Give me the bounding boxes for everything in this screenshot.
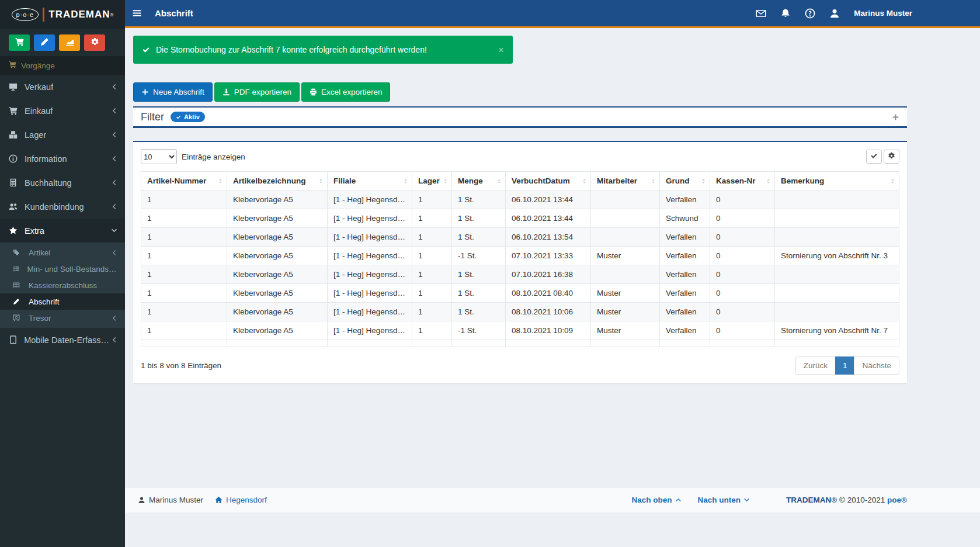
calculator-icon xyxy=(9,178,20,187)
sidebar-item-min-und-soll-bestandspflege[interactable]: Min- und Soll-Bestandspflege xyxy=(0,261,125,277)
safe-icon xyxy=(13,314,25,321)
table-cell: Muster xyxy=(591,321,660,340)
export-pdf-button[interactable]: PDF exportieren xyxy=(214,82,300,102)
topbar: Abschrift Marinus Muster xyxy=(125,0,980,28)
sidebar-item-tresor[interactable]: Tresor xyxy=(0,310,125,326)
scroll-to-top-link[interactable]: Nach oben xyxy=(632,496,682,504)
table-footer-cell xyxy=(775,340,899,347)
table-cell xyxy=(775,303,899,321)
chevron-up-icon xyxy=(675,497,682,503)
sidebar-item-mobile-daten-erfassung[interactable]: Mobile Daten-Erfassung xyxy=(0,328,125,352)
footer-location-label: Hegensdorf xyxy=(226,496,267,504)
pagination-page-1-button[interactable]: 1 xyxy=(835,356,855,375)
filter-title: Filter xyxy=(141,111,164,123)
column-header-artikelbezeichnung[interactable]: Artikelbezeichnung xyxy=(227,172,328,191)
close-icon[interactable]: × xyxy=(498,45,504,55)
help-question-icon[interactable] xyxy=(805,8,815,19)
table-cell xyxy=(591,265,660,284)
chevron-left-icon xyxy=(111,131,117,138)
table-cell: 1 xyxy=(412,265,452,284)
table-cell: [1 - Heg] Hegensdorf xyxy=(328,191,412,209)
filter-panel-header[interactable]: Filter Aktiv xyxy=(133,106,907,128)
download-icon xyxy=(223,88,230,96)
app-logo[interactable]: p·o·e TRADEMAN® xyxy=(0,0,125,29)
table-cell: 08.10.2021 10:06 xyxy=(506,303,591,321)
column-header-mitarbeiter[interactable]: Mitarbeiter xyxy=(591,172,660,191)
table-cell: 0 xyxy=(710,303,775,321)
table-cell: 06.10.2021 13:54 xyxy=(506,228,591,247)
column-header-label: Bemerkung xyxy=(781,176,824,185)
topbar-user-name[interactable]: Marinus Muster xyxy=(854,9,912,18)
table-cell: 1 St. xyxy=(452,265,506,284)
sidebar-item-artikel[interactable]: Artikel xyxy=(0,244,125,261)
quick-settings-button[interactable] xyxy=(84,34,105,51)
mail-icon[interactable] xyxy=(756,8,766,19)
table-footer-cell xyxy=(660,340,710,347)
quick-stats-button[interactable] xyxy=(59,34,80,51)
table-cell: Klebervorlage A5 xyxy=(227,247,328,265)
quick-edit-button[interactable] xyxy=(34,34,55,51)
table-cell: Verfallen xyxy=(660,228,710,247)
column-header-label: Menge xyxy=(458,176,483,185)
notifications-bell-icon[interactable] xyxy=(780,8,791,19)
table-cell: Stornierung von Abschrift Nr. 7 xyxy=(775,321,899,340)
quick-sales-button[interactable] xyxy=(9,34,30,51)
column-header-bemerkung[interactable]: Bemerkung xyxy=(775,172,899,191)
user-icon[interactable] xyxy=(829,8,840,19)
column-header-kassen-nr[interactable]: Kassen-Nr xyxy=(710,172,775,191)
footer-location-link[interactable]: Hegensdorf xyxy=(215,496,267,504)
sidebar-item-kassiererabschluss[interactable]: Kassiererabschluss xyxy=(0,277,125,293)
column-header-lager[interactable]: Lager xyxy=(412,172,452,191)
column-header-verbuchtdatum[interactable]: VerbuchtDatum xyxy=(506,172,591,191)
button-label: Neue Abschrift xyxy=(153,88,204,96)
pagination-next-button[interactable]: Nächste xyxy=(854,356,899,375)
column-header-menge[interactable]: Menge xyxy=(452,172,506,191)
column-header-filiale[interactable]: Filiale xyxy=(328,172,412,191)
boxes-icon xyxy=(9,130,20,139)
table-cell: 1 xyxy=(141,228,227,247)
new-abschrift-button[interactable]: Neue Abschrift xyxy=(133,82,213,102)
chevron-left-icon xyxy=(111,337,117,343)
column-header-label: Mitarbeiter xyxy=(597,176,637,185)
pencil-icon xyxy=(13,298,25,305)
sidebar-item-kundenbindung[interactable]: Kundenbindung xyxy=(0,195,125,219)
sidebar-toggle-icon[interactable] xyxy=(132,8,142,18)
action-buttons: Neue AbschriftPDF exportierenExcel expor… xyxy=(133,82,907,102)
table-cell xyxy=(775,209,899,228)
table-cell: 1 xyxy=(141,265,227,284)
column-header-artikel-nummer[interactable]: Artikel-Nummer xyxy=(141,172,227,191)
logo-separator xyxy=(43,8,44,22)
sort-icon xyxy=(889,178,896,184)
sidebar-item-einkauf[interactable]: Einkauf xyxy=(0,99,125,123)
table-cell: 1 St. xyxy=(452,191,506,209)
column-header-grund[interactable]: Grund xyxy=(660,172,710,191)
sidebar-item-verkauf[interactable]: Verkauf xyxy=(0,75,125,99)
pagination-prev-button[interactable]: Zurück xyxy=(795,356,836,375)
page-length-select[interactable]: 10 xyxy=(141,149,177,164)
apply-check-button[interactable] xyxy=(866,150,882,164)
table-footer-cell xyxy=(412,340,452,347)
table-cell: 06.10.2021 13:44 xyxy=(506,191,591,209)
sidebar-item-extra[interactable]: Extra xyxy=(0,219,125,243)
home-icon xyxy=(215,496,223,504)
table-row: 1Klebervorlage A5[1 - Heg] Hegensdorf11 … xyxy=(141,209,899,228)
scroll-to-bottom-link[interactable]: Nach unten xyxy=(698,496,750,504)
sidebar-item-label: Artikel xyxy=(29,248,51,257)
table-footer-cell xyxy=(452,340,506,347)
cart-icon xyxy=(9,106,20,115)
sidebar-item-lager[interactable]: Lager xyxy=(0,123,125,147)
chevron-down-icon xyxy=(111,227,117,234)
sidebar-item-label: Abschrift xyxy=(29,297,60,306)
sidebar-section-label: Vorgänge xyxy=(21,61,55,70)
sidebar-item-information[interactable]: Information xyxy=(0,147,125,171)
sidebar-item-label: Lager xyxy=(25,130,46,140)
expand-filter-icon[interactable] xyxy=(892,113,899,121)
table-cell: [1 - Heg] Hegensdorf xyxy=(328,284,412,303)
table-settings-button[interactable] xyxy=(884,150,899,164)
copyright-company[interactable]: poe® xyxy=(887,496,907,504)
page-title: Abschrift xyxy=(155,8,193,18)
export-excel-button[interactable]: Excel exportieren xyxy=(301,82,390,102)
sidebar-item-buchhaltung[interactable]: Buchhaltung xyxy=(0,171,125,195)
table-cell: 1 xyxy=(141,247,227,265)
sidebar-item-abschrift[interactable]: Abschrift xyxy=(0,293,125,310)
